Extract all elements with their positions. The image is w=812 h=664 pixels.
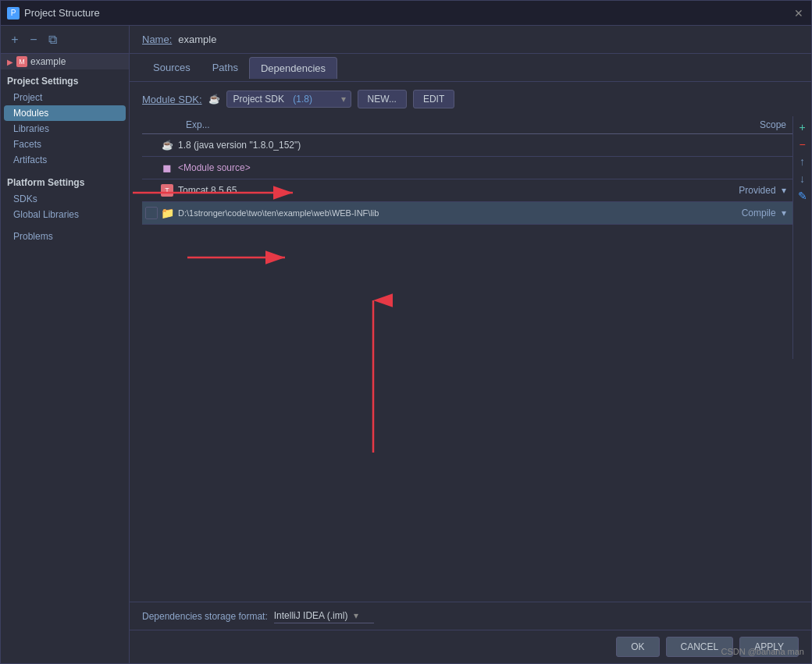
tab-paths[interactable]: Paths bbox=[201, 57, 249, 78]
platform-settings-header: Platform Settings bbox=[1, 174, 129, 191]
remove-dependency-button[interactable]: − bbox=[795, 137, 810, 152]
content-spacer bbox=[130, 359, 811, 602]
tab-dependencies[interactable]: Dependencies bbox=[249, 57, 337, 79]
remove-module-button[interactable]: − bbox=[26, 32, 41, 48]
name-row: Name: example bbox=[130, 26, 811, 54]
jdk-icon: ☕ bbox=[161, 139, 173, 151]
module-arrow-icon: ▶ bbox=[7, 58, 13, 66]
tomcat-row-text: Tomcat 8.5.65 bbox=[178, 185, 699, 196]
module-name-value[interactable]: example bbox=[178, 34, 216, 45]
sidebar-item-artifacts[interactable]: Artifacts bbox=[1, 152, 129, 168]
tomcat-scope-arrow-icon: ▾ bbox=[782, 185, 786, 196]
sidebar-item-sdks[interactable]: SDKs bbox=[1, 191, 129, 207]
sdk-icon: ☕ bbox=[208, 94, 220, 105]
sidebar-item-modules-label: Modules bbox=[13, 108, 48, 119]
col-scope-header: Scope bbox=[699, 119, 792, 130]
sidebar-item-sdks-label: SDKs bbox=[13, 194, 37, 204]
edit-dependency-button[interactable]: ✎ bbox=[795, 188, 810, 204]
watermark: CSDN @banana man bbox=[721, 647, 804, 656]
sidebar-item-problems[interactable]: Problems bbox=[1, 229, 129, 244]
sidebar: + − ⧉ ▶ M example Project Settings Proje… bbox=[1, 26, 130, 663]
table-header: Exp... Scope bbox=[142, 116, 792, 134]
jdk-row-text: 1.8 (java version "1.8.0_152") bbox=[178, 140, 699, 151]
module-source-row-text: <Module source> bbox=[178, 162, 699, 173]
col-export-header: Exp... bbox=[161, 119, 699, 130]
table-area: Exp... Scope ☕ 1.8 (java version "1.8.0_… bbox=[142, 116, 792, 359]
project-settings-group: Project Settings Project Modules Librari… bbox=[1, 69, 129, 171]
lib-row-scope: Compile ▾ bbox=[699, 208, 792, 218]
lib-row-checkbox[interactable] bbox=[145, 207, 158, 219]
table-row[interactable]: 📁 D:\1stronger\code\two\ten\example\web\… bbox=[142, 202, 792, 225]
sidebar-item-project[interactable]: Project bbox=[1, 90, 129, 105]
storage-format-dropdown[interactable]: IntelliJ IDEA (.iml) ▾ bbox=[274, 609, 375, 623]
tab-sources[interactable]: Sources bbox=[142, 57, 201, 78]
add-module-button[interactable]: + bbox=[7, 32, 23, 48]
lib-folder-icon: 📁 bbox=[161, 207, 173, 219]
platform-settings-group: Platform Settings SDKs Global Libraries bbox=[1, 171, 129, 225]
dialog-buttons: OK CANCEL APPLY bbox=[130, 630, 811, 663]
move-down-button[interactable]: ↓ bbox=[795, 171, 810, 186]
table-row[interactable]: ☕ 1.8 (java version "1.8.0_152") bbox=[142, 134, 792, 157]
sdk-row: Module SDK: ☕ Project SDK (1.8) ▾ NEW...… bbox=[130, 82, 811, 116]
storage-format-arrow-icon: ▾ bbox=[354, 610, 358, 621]
lib-row-text: D:\1stronger\code\two\ten\example\web\WE… bbox=[178, 208, 699, 218]
storage-format-value: IntelliJ IDEA (.iml) bbox=[274, 610, 348, 621]
module-icon: M bbox=[16, 56, 27, 67]
project-settings-header: Project Settings bbox=[1, 73, 129, 90]
sidebar-item-project-label: Project bbox=[13, 92, 42, 103]
table-row[interactable]: ◼ <Module source> bbox=[142, 157, 792, 179]
table-row[interactable]: T Tomcat 8.5.65 Provided ▾ bbox=[142, 179, 792, 202]
sidebar-item-libraries-label: Libraries bbox=[13, 123, 49, 134]
title-bar: P Project Structure ✕ bbox=[1, 1, 811, 26]
sidebar-item-facets-label: Facets bbox=[13, 139, 41, 150]
main-content: Name: example Sources Paths Dependencies… bbox=[130, 26, 811, 663]
sidebar-item-modules[interactable]: Modules bbox=[4, 105, 126, 121]
lib-scope-arrow-icon: ▾ bbox=[782, 208, 786, 218]
tabs-row: Sources Paths Dependencies bbox=[130, 54, 811, 82]
sidebar-item-problems-label: Problems bbox=[13, 231, 53, 242]
ok-button[interactable]: OK bbox=[616, 637, 659, 657]
sdk-dropdown-arrow-icon: ▾ bbox=[341, 94, 346, 105]
close-button[interactable]: ✕ bbox=[792, 7, 805, 20]
bottom-bar: Dependencies storage format: IntelliJ ID… bbox=[130, 602, 811, 630]
sidebar-item-artifacts-label: Artifacts bbox=[13, 154, 47, 165]
content-area: Exp... Scope ☕ 1.8 (java version "1.8.0_… bbox=[130, 116, 811, 359]
sdk-name: Project SDK bbox=[233, 94, 284, 105]
sidebar-item-global-libraries[interactable]: Global Libraries bbox=[1, 207, 129, 222]
move-up-button[interactable]: ↑ bbox=[795, 154, 810, 169]
problems-group: Problems bbox=[1, 225, 129, 247]
sdk-version: (1.8) bbox=[293, 94, 312, 105]
project-structure-window: P Project Structure ✕ + − ⧉ ▶ M example … bbox=[0, 0, 812, 664]
right-actions: + − ↑ ↓ ✎ bbox=[792, 116, 811, 359]
module-example-item[interactable]: ▶ M example bbox=[1, 54, 129, 69]
name-field-label: Name: bbox=[142, 34, 172, 45]
module-name-label: example bbox=[30, 56, 66, 67]
sidebar-item-global-libraries-label: Global Libraries bbox=[13, 209, 79, 220]
tomcat-icon: T bbox=[161, 184, 173, 197]
window-title: Project Structure bbox=[24, 7, 792, 19]
sidebar-item-facets[interactable]: Facets bbox=[1, 137, 129, 152]
sidebar-toolbar: + − ⧉ bbox=[1, 26, 129, 54]
module-source-icon: ◼ bbox=[161, 162, 173, 174]
add-dependency-button[interactable]: + bbox=[795, 119, 810, 135]
copy-module-button[interactable]: ⧉ bbox=[45, 32, 60, 48]
app-icon: P bbox=[7, 7, 20, 20]
tomcat-row-scope: Provided ▾ bbox=[699, 185, 792, 196]
sdk-dropdown[interactable]: Project SDK (1.8) ▾ bbox=[226, 91, 351, 108]
sidebar-item-libraries[interactable]: Libraries bbox=[1, 121, 129, 137]
new-sdk-button[interactable]: NEW... bbox=[358, 90, 407, 108]
sdk-field-label: Module SDK: bbox=[142, 94, 202, 105]
edit-sdk-button[interactable]: EDIT bbox=[413, 90, 454, 108]
window-body: + − ⧉ ▶ M example Project Settings Proje… bbox=[1, 26, 811, 663]
storage-format-label: Dependencies storage format: bbox=[142, 611, 268, 622]
